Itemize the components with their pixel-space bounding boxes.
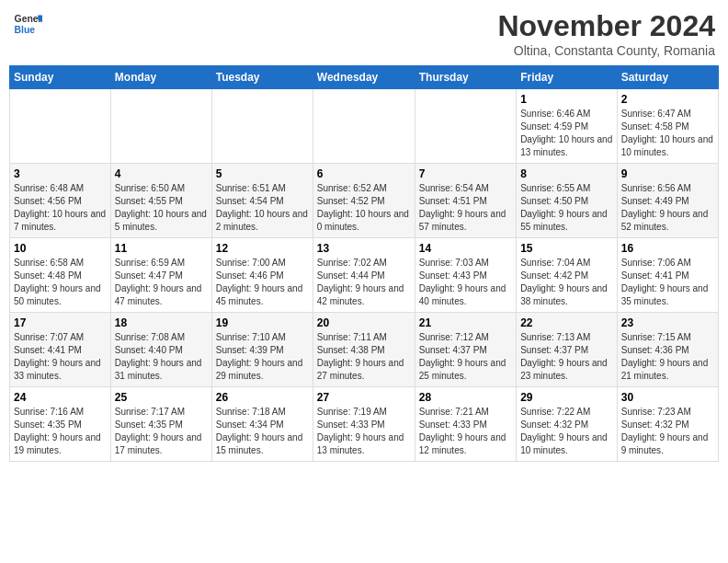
calendar-table: Sunday Monday Tuesday Wednesday Thursday… xyxy=(9,65,719,462)
day-number: 18 xyxy=(115,316,208,329)
table-cell: 10 Sunrise: 6:58 AM Sunset: 4:48 PM Dayl… xyxy=(10,238,111,313)
day-number: 1 xyxy=(520,93,613,106)
day-info: Sunrise: 7:07 AM Sunset: 4:41 PM Dayligh… xyxy=(14,331,107,383)
day-info: Sunrise: 7:00 AM Sunset: 4:46 PM Dayligh… xyxy=(216,257,309,308)
header-saturday: Saturday xyxy=(617,66,718,89)
day-number: 16 xyxy=(621,242,714,255)
month-title: November 2024 xyxy=(497,9,715,43)
day-info: Sunrise: 7:11 AM Sunset: 4:38 PM Dayligh… xyxy=(317,331,411,383)
page-header: General Blue November 2024 Oltina, Const… xyxy=(9,9,719,58)
day-info: Sunrise: 6:59 AM Sunset: 4:47 PM Dayligh… xyxy=(115,257,208,308)
day-number: 13 xyxy=(317,242,411,255)
day-info: Sunrise: 6:46 AM Sunset: 4:59 PM Dayligh… xyxy=(520,108,613,159)
header-tuesday: Tuesday xyxy=(211,66,313,89)
table-cell: 21 Sunrise: 7:12 AM Sunset: 4:37 PM Dayl… xyxy=(415,313,516,387)
day-number: 27 xyxy=(317,391,411,404)
table-cell: 13 Sunrise: 7:02 AM Sunset: 4:44 PM Dayl… xyxy=(313,238,415,313)
table-cell: 27 Sunrise: 7:19 AM Sunset: 4:33 PM Dayl… xyxy=(313,387,415,462)
day-number: 24 xyxy=(14,391,107,404)
day-number: 25 xyxy=(115,391,208,404)
day-number: 2 xyxy=(621,93,714,106)
day-number: 30 xyxy=(621,391,714,404)
day-number: 15 xyxy=(520,242,613,255)
title-block: November 2024 Oltina, Constanta County, … xyxy=(497,9,715,58)
table-cell: 30 Sunrise: 7:23 AM Sunset: 4:32 PM Dayl… xyxy=(617,387,718,462)
table-cell: 29 Sunrise: 7:22 AM Sunset: 4:32 PM Dayl… xyxy=(517,387,618,462)
header-thursday: Thursday xyxy=(415,66,516,89)
week-row-4: 17 Sunrise: 7:07 AM Sunset: 4:41 PM Dayl… xyxy=(10,313,719,387)
table-cell: 6 Sunrise: 6:52 AM Sunset: 4:52 PM Dayli… xyxy=(313,164,415,238)
svg-text:Blue: Blue xyxy=(15,25,36,35)
table-cell: 28 Sunrise: 7:21 AM Sunset: 4:33 PM Dayl… xyxy=(415,387,516,462)
day-info: Sunrise: 7:21 AM Sunset: 4:33 PM Dayligh… xyxy=(419,406,512,457)
day-info: Sunrise: 7:17 AM Sunset: 4:35 PM Dayligh… xyxy=(115,406,208,457)
day-info: Sunrise: 7:02 AM Sunset: 4:44 PM Dayligh… xyxy=(317,257,411,308)
day-number: 26 xyxy=(216,391,309,404)
table-cell: 14 Sunrise: 7:03 AM Sunset: 4:43 PM Dayl… xyxy=(415,238,516,313)
day-info: Sunrise: 6:56 AM Sunset: 4:49 PM Dayligh… xyxy=(621,182,714,234)
table-cell xyxy=(211,89,313,164)
day-info: Sunrise: 7:16 AM Sunset: 4:35 PM Dayligh… xyxy=(14,406,107,457)
table-cell xyxy=(10,89,111,164)
day-number: 29 xyxy=(520,391,613,404)
table-cell: 22 Sunrise: 7:13 AM Sunset: 4:37 PM Dayl… xyxy=(517,313,618,387)
day-number: 14 xyxy=(419,242,512,255)
week-row-1: 1 Sunrise: 6:46 AM Sunset: 4:59 PM Dayli… xyxy=(10,89,719,164)
table-cell: 19 Sunrise: 7:10 AM Sunset: 4:39 PM Dayl… xyxy=(211,313,313,387)
logo-icon: General Blue xyxy=(13,9,42,39)
day-info: Sunrise: 7:18 AM Sunset: 4:34 PM Dayligh… xyxy=(216,406,309,457)
table-cell: 7 Sunrise: 6:54 AM Sunset: 4:51 PM Dayli… xyxy=(415,164,516,238)
table-cell: 2 Sunrise: 6:47 AM Sunset: 4:58 PM Dayli… xyxy=(617,89,718,164)
day-info: Sunrise: 7:19 AM Sunset: 4:33 PM Dayligh… xyxy=(317,406,411,457)
day-number: 21 xyxy=(419,316,512,329)
table-cell: 9 Sunrise: 6:56 AM Sunset: 4:49 PM Dayli… xyxy=(617,164,718,238)
table-cell: 23 Sunrise: 7:15 AM Sunset: 4:36 PM Dayl… xyxy=(617,313,718,387)
day-info: Sunrise: 7:12 AM Sunset: 4:37 PM Dayligh… xyxy=(419,331,512,383)
day-number: 3 xyxy=(14,167,107,180)
table-cell: 5 Sunrise: 6:51 AM Sunset: 4:54 PM Dayli… xyxy=(211,164,313,238)
table-cell: 3 Sunrise: 6:48 AM Sunset: 4:56 PM Dayli… xyxy=(10,164,111,238)
day-number: 12 xyxy=(216,242,309,255)
day-info: Sunrise: 7:06 AM Sunset: 4:41 PM Dayligh… xyxy=(621,257,714,308)
day-info: Sunrise: 6:55 AM Sunset: 4:50 PM Dayligh… xyxy=(520,182,613,234)
day-number: 22 xyxy=(520,316,613,329)
day-number: 19 xyxy=(216,316,309,329)
day-info: Sunrise: 6:51 AM Sunset: 4:54 PM Dayligh… xyxy=(216,182,309,234)
week-row-2: 3 Sunrise: 6:48 AM Sunset: 4:56 PM Dayli… xyxy=(10,164,719,238)
day-number: 23 xyxy=(621,316,714,329)
day-info: Sunrise: 6:52 AM Sunset: 4:52 PM Dayligh… xyxy=(317,182,411,234)
day-number: 28 xyxy=(419,391,512,404)
day-info: Sunrise: 7:03 AM Sunset: 4:43 PM Dayligh… xyxy=(419,257,512,308)
day-number: 20 xyxy=(317,316,411,329)
day-number: 5 xyxy=(216,167,309,180)
table-cell: 16 Sunrise: 7:06 AM Sunset: 4:41 PM Dayl… xyxy=(617,238,718,313)
table-cell: 15 Sunrise: 7:04 AM Sunset: 4:42 PM Dayl… xyxy=(517,238,618,313)
day-info: Sunrise: 7:08 AM Sunset: 4:40 PM Dayligh… xyxy=(115,331,208,383)
day-info: Sunrise: 6:48 AM Sunset: 4:56 PM Dayligh… xyxy=(14,182,107,234)
table-cell: 20 Sunrise: 7:11 AM Sunset: 4:38 PM Dayl… xyxy=(313,313,415,387)
day-number: 10 xyxy=(14,242,107,255)
table-cell: 24 Sunrise: 7:16 AM Sunset: 4:35 PM Dayl… xyxy=(10,387,111,462)
table-cell: 26 Sunrise: 7:18 AM Sunset: 4:34 PM Dayl… xyxy=(211,387,313,462)
table-cell: 4 Sunrise: 6:50 AM Sunset: 4:55 PM Dayli… xyxy=(110,164,211,238)
day-info: Sunrise: 7:10 AM Sunset: 4:39 PM Dayligh… xyxy=(216,331,309,383)
day-number: 7 xyxy=(419,167,512,180)
day-info: Sunrise: 6:50 AM Sunset: 4:55 PM Dayligh… xyxy=(115,182,208,234)
week-row-3: 10 Sunrise: 6:58 AM Sunset: 4:48 PM Dayl… xyxy=(10,238,719,313)
calendar-header-row: Sunday Monday Tuesday Wednesday Thursday… xyxy=(10,66,719,89)
day-number: 9 xyxy=(621,167,714,180)
table-cell xyxy=(110,89,211,164)
day-info: Sunrise: 7:22 AM Sunset: 4:32 PM Dayligh… xyxy=(520,406,613,457)
day-number: 8 xyxy=(520,167,613,180)
day-info: Sunrise: 7:04 AM Sunset: 4:42 PM Dayligh… xyxy=(520,257,613,308)
day-info: Sunrise: 7:15 AM Sunset: 4:36 PM Dayligh… xyxy=(621,331,714,383)
day-number: 4 xyxy=(115,167,208,180)
table-cell xyxy=(415,89,516,164)
table-cell: 8 Sunrise: 6:55 AM Sunset: 4:50 PM Dayli… xyxy=(517,164,618,238)
header-friday: Friday xyxy=(517,66,618,89)
day-info: Sunrise: 7:13 AM Sunset: 4:37 PM Dayligh… xyxy=(520,331,613,383)
header-monday: Monday xyxy=(110,66,211,89)
day-number: 6 xyxy=(317,167,411,180)
location: Oltina, Constanta County, Romania xyxy=(497,43,715,58)
table-cell: 12 Sunrise: 7:00 AM Sunset: 4:46 PM Dayl… xyxy=(211,238,313,313)
